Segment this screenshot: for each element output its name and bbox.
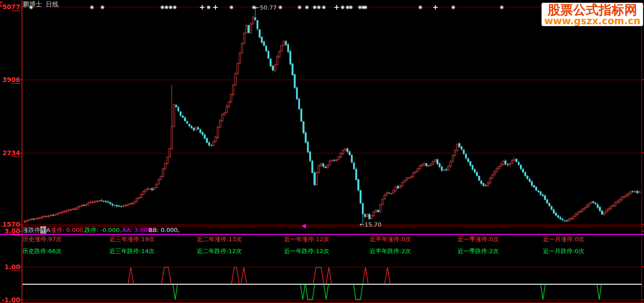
stat-limit-down-3: 近一年跌停:12次 xyxy=(284,248,329,254)
period-label[interactable]: 日线 xyxy=(46,0,59,9)
panel-axis-label-1: 1.00 xyxy=(0,264,20,270)
stat-limit-up-6: 近一月涨停:0次 xyxy=(543,236,585,243)
stat-limit-down-4: 近半年跌停:2次 xyxy=(370,248,411,254)
stat-limit-down-6: 近一月跌停:0次 xyxy=(543,248,585,254)
indicator-name[interactable]: 涨跌停图A xyxy=(22,227,50,233)
indicator-name-cursor: 图 xyxy=(40,227,46,233)
high-price-annotation: ←50.77 xyxy=(255,4,277,11)
watermark: 股票公式指标网 www.gszx.com.cn xyxy=(542,3,643,26)
stat-limit-down-1: 近三年跌停:14次 xyxy=(109,248,155,254)
stat-limit-up-3: 近一年涨停:12次 xyxy=(284,236,329,243)
candles xyxy=(24,7,640,224)
stat-limit-up-4: 近半年涨停:0次 xyxy=(370,236,411,243)
y-axis-label-1570: 1570 xyxy=(0,221,20,227)
chart-application-window: 鹏博士 日线 5077 3906 2734 1570 3.00 1.00 -1.… xyxy=(0,0,644,303)
watermark-url: www.gszx.com.cn xyxy=(542,17,643,26)
indicator-value-0: 涨停: 0.000, xyxy=(50,227,85,233)
watermark-site-name: 股票公式指标网 xyxy=(542,3,643,17)
low-price-annotation: ←15.70 xyxy=(360,221,381,228)
candlestick-chart-canvas[interactable] xyxy=(0,0,644,303)
y-axis-label-5077: 5077 xyxy=(0,4,20,10)
panel-axis-label-neg1: -1.00 xyxy=(0,297,20,303)
panel-axis-label-3: 3.00 xyxy=(0,228,20,234)
limit-event-spikes xyxy=(128,267,601,300)
stat-limit-up-2: 近二年涨停:13次 xyxy=(197,236,242,243)
y-axis-label-3906: 3906 xyxy=(0,76,20,83)
indicator-value-3: BB: 0.000, xyxy=(149,227,180,233)
stat-limit-down-2: 近二年跌停:12次 xyxy=(197,248,242,254)
stat-limit-up-0: 历史涨停:97次 xyxy=(22,236,62,243)
stat-limit-down-5: 近一季跌停:2次 xyxy=(457,248,499,254)
stat-limit-up-5: 近一季涨停:0次 xyxy=(457,236,499,243)
y-axis-label-2734: 2734 xyxy=(0,150,20,156)
indicator-value-1: 跌停: -0.000, xyxy=(85,227,122,233)
stat-limit-up-1: 近三年涨停:19次 xyxy=(109,236,155,243)
stock-name-label[interactable]: 鹏博士 xyxy=(23,0,42,9)
stat-limit-down-0: 历史跌停:66次 xyxy=(22,248,62,254)
